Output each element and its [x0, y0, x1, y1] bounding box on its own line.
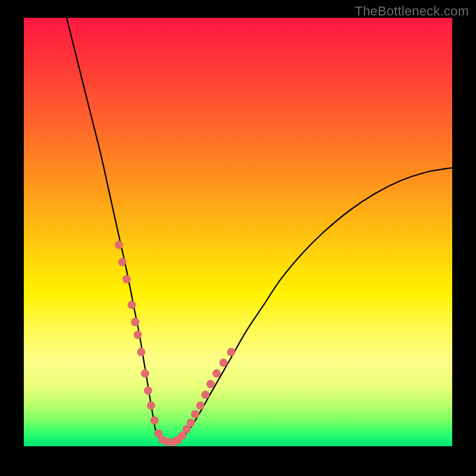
data-dot	[134, 331, 142, 339]
data-dot	[212, 369, 221, 378]
curve-layer	[24, 18, 452, 446]
data-dot	[147, 402, 155, 410]
chart-frame: TheBottleneck.com	[0, 0, 476, 476]
watermark-text: TheBottleneck.com	[355, 4, 469, 19]
data-dot	[123, 275, 131, 283]
data-dot	[141, 369, 149, 378]
data-dot	[220, 359, 228, 367]
data-dot	[187, 418, 195, 427]
right-dot-cluster	[170, 348, 235, 446]
bottleneck-curve	[67, 18, 452, 443]
left-dot-cluster	[115, 241, 172, 446]
data-dot	[201, 391, 209, 399]
data-dot	[151, 416, 159, 425]
data-dot	[137, 348, 145, 356]
data-dot	[118, 258, 127, 266]
data-dot	[127, 300, 136, 309]
data-dot	[206, 380, 215, 389]
plot-area	[24, 18, 452, 446]
data-dot	[144, 386, 152, 394]
data-dot	[115, 241, 123, 249]
data-dot	[191, 410, 199, 418]
data-dot	[131, 318, 139, 326]
data-dot	[196, 402, 205, 410]
data-dot	[227, 348, 235, 356]
